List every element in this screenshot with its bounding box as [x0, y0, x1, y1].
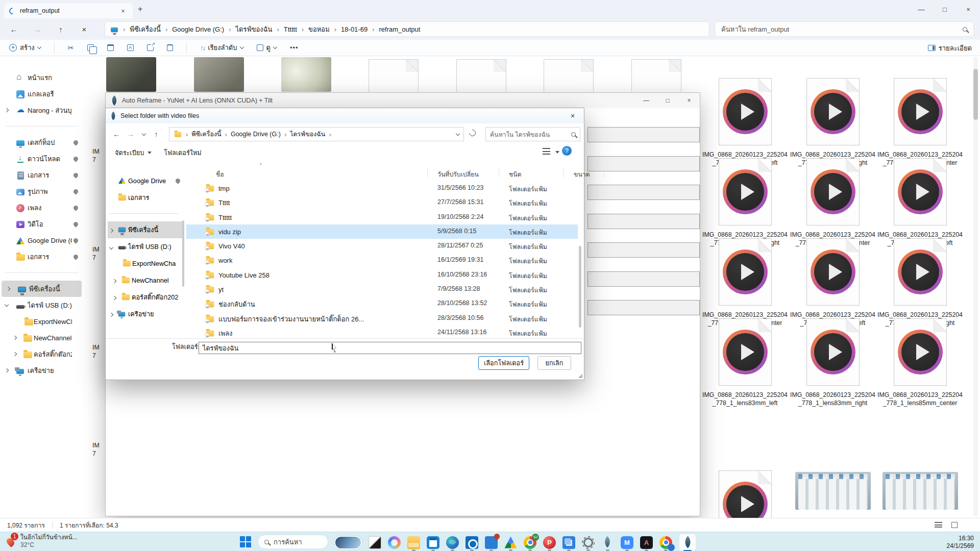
- chevron-right-icon[interactable]: [5, 108, 9, 112]
- video-file-item[interactable]: IMG_0868_20260123_225204_778_1_lens65mm_…: [789, 238, 876, 328]
- dialog-file-row[interactable]: Vivo V4028/11/2567 0:25โฟลเดอร์แฟ้ม: [186, 239, 578, 253]
- taskbar-icon-google-drive[interactable]: [504, 536, 517, 549]
- sidebar-item-doc[interactable]: เอกสาร: [0, 167, 83, 183]
- sidebar-item-folder[interactable]: คอร์สติ๊กต๊อก2026: [0, 346, 83, 362]
- stop-button[interactable]: ×: [78, 22, 91, 36]
- dialog-nav-item-folder[interactable]: เอกสาร: [108, 189, 182, 206]
- photo-thumbnail[interactable]: [281, 57, 331, 92]
- dialog-view-toggle[interactable]: [543, 148, 550, 155]
- column-divider[interactable]: [564, 168, 564, 178]
- taskbar-icon-edge[interactable]: [446, 536, 459, 549]
- dialog-nav-item-folder[interactable]: ExportNewCha: [108, 255, 182, 272]
- dialog-breadcrumb[interactable]: › พีซีเครื่องนี้›Google Drive (G:)›ไดรฟ์…: [169, 127, 464, 141]
- sidebar-item-gallery[interactable]: แกลเลอรี: [0, 86, 83, 102]
- photo-file-item[interactable]: [789, 472, 876, 510]
- cut-button[interactable]: ✂: [68, 43, 75, 53]
- column-divider[interactable]: [427, 168, 428, 178]
- dialog-file-row[interactable]: เพลง24/11/2568 13:16โฟลเดอร์แฟ้ม: [186, 325, 578, 338]
- taskbar-icon-chrome-profile[interactable]: SJ: [524, 536, 536, 549]
- taskbar-icon-quill[interactable]: [601, 536, 614, 549]
- chevron-right-icon[interactable]: [13, 352, 17, 356]
- new-button[interactable]: + สร้าง: [9, 42, 41, 53]
- column-size[interactable]: ขนาด: [574, 169, 590, 179]
- paste-button[interactable]: [107, 44, 114, 51]
- resize-grip[interactable]: [578, 374, 582, 378]
- taskbar-icon-red-p-app[interactable]: P: [543, 536, 556, 549]
- breadcrumb-item[interactable]: 18-01-69: [341, 26, 368, 33]
- taskbar-icon-settings[interactable]: [582, 536, 595, 549]
- dialog-file-row[interactable]: Youtube Live 25816/10/2568 23:16โฟลเดอร์…: [186, 268, 578, 282]
- taskbar-icon-docs-pinned[interactable]: [485, 536, 498, 549]
- dialog-nav-item-folder[interactable]: NewChannel: [108, 272, 182, 289]
- taskbar-icon-task-view[interactable]: [369, 536, 381, 549]
- new-tab-button[interactable]: +: [138, 5, 142, 14]
- sidebar-item-home[interactable]: หน้าแรก: [0, 69, 83, 86]
- dialog-file-row[interactable]: tmp31/5/2566 10:23โฟลเดอร์แฟ้ม: [186, 181, 578, 195]
- organize-button[interactable]: จัดระเบียบ: [115, 147, 152, 158]
- taskbar-icon-blue-window-app[interactable]: [562, 536, 575, 549]
- delete-button[interactable]: [167, 44, 173, 51]
- file-thumbnail[interactable]: [456, 59, 506, 92]
- video-file-item[interactable]: [701, 470, 789, 518]
- rename-button[interactable]: [127, 44, 134, 51]
- explorer-search-input[interactable]: ค้นหาใน refram_output: [715, 21, 974, 37]
- breadcrumb-item[interactable]: Tttttt: [284, 26, 297, 33]
- start-button[interactable]: [240, 536, 251, 547]
- chevron-right-icon[interactable]: [6, 287, 10, 291]
- photo-thumbnail[interactable]: [106, 57, 156, 92]
- details-pane-button[interactable]: รายละเอียด: [928, 40, 972, 56]
- back-button[interactable]: ←: [7, 22, 20, 36]
- scrollbar-track[interactable]: [973, 57, 978, 516]
- help-button[interactable]: ?: [562, 146, 572, 156]
- sort-button[interactable]: ↑↓ เรียงลำดับ: [200, 42, 243, 53]
- photo-file-item[interactable]: [876, 472, 964, 510]
- column-date[interactable]: วันที่ปรับเปลี่ยน: [437, 169, 479, 179]
- dialog-file-row[interactable]: แบบฟอร์มการจองเข้าร่วมงานนายหน้าติ๊กต็อก…: [186, 311, 578, 325]
- breadcrumb[interactable]: › พีซีเครื่องนี้›Google Drive (G:)›ไดรฟ์…: [105, 21, 709, 37]
- taskbar-icon-file-explorer[interactable]: [407, 536, 420, 549]
- sidebar-item-folder[interactable]: NewChannel: [0, 330, 83, 346]
- taskbar-clock[interactable]: 16:30 24/1/2569: [947, 535, 974, 550]
- dialog-file-row[interactable]: Tttttt19/10/2568 2:24โฟลเดอร์แฟ้ม: [186, 210, 578, 224]
- video-file-item[interactable]: IMG_0868_20260123_225204_778_1_lens65mm_…: [701, 238, 789, 328]
- new-folder-button[interactable]: โฟลเดอร์ใหม่: [164, 147, 202, 158]
- sidebar-item-pic[interactable]: รูปภาพ: [0, 183, 83, 199]
- file-thumbnail[interactable]: [631, 59, 681, 92]
- dialog-list-scrollbar[interactable]: [579, 246, 581, 328]
- file-thumbnail[interactable]: [544, 59, 594, 92]
- cancel-button[interactable]: ยกเลิก: [537, 356, 571, 370]
- dialog-file-row[interactable]: yt7/9/2568 13:28โฟลเดอร์แฟ้ม: [186, 282, 578, 296]
- chevron-down-icon[interactable]: [5, 302, 9, 306]
- sidebar-item-desktop[interactable]: เดสก์ท็อป: [0, 134, 83, 151]
- dialog-back-button[interactable]: ←: [111, 128, 122, 141]
- taskbar-icon-copilot[interactable]: [388, 536, 401, 549]
- column-type[interactable]: ชนิด: [509, 169, 522, 179]
- taskbar-icon-a-app[interactable]: A: [640, 536, 653, 549]
- select-folder-button[interactable]: เลือกโฟลเดอร์: [478, 356, 529, 370]
- view-dropdown-icon[interactable]: [555, 151, 559, 154]
- refresh-icon[interactable]: [468, 128, 477, 137]
- breadcrumb-item[interactable]: ขอหอม: [308, 24, 330, 35]
- sidebar-item-onedrive[interactable]: Narong - ส่วนบุคคล: [0, 102, 83, 118]
- video-file-item[interactable]: IMG_0868_20260123_225204_778_1_lens29mm_…: [876, 78, 964, 167]
- sidebar-item-usb[interactable]: ไดรฟ์ USB (D:): [0, 297, 83, 313]
- copy-button[interactable]: [87, 44, 94, 51]
- taskbar-search[interactable]: การค้นหา: [258, 535, 328, 549]
- taskbar-icon-python-feather[interactable]: [679, 534, 696, 551]
- dialog-breadcrumb-item[interactable]: Google Drive (G:): [231, 131, 281, 138]
- sidebar-item-folder[interactable]: ExportNewChanel: [0, 313, 83, 330]
- sidebar-item-music[interactable]: เพลง: [0, 199, 83, 216]
- large-icons-view-toggle-icon[interactable]: [951, 522, 958, 528]
- breadcrumb-item[interactable]: Google Drive (G:): [172, 26, 224, 33]
- chevron-right-icon[interactable]: [112, 295, 116, 299]
- tab-close-icon[interactable]: ×: [118, 7, 128, 15]
- dialog-nav-item-folder[interactable]: คอร์สติ๊กต๊อก202: [108, 289, 182, 306]
- dialog-nav-item-usb[interactable]: ไดรฟ์ USB (D:): [108, 238, 182, 255]
- app-maximize-button[interactable]: □: [657, 93, 678, 108]
- video-file-item[interactable]: IMG_0868_20260123_225204_778_1_lens41mm_…: [701, 158, 789, 247]
- dialog-up-button[interactable]: ↑: [151, 128, 162, 141]
- video-file-item[interactable]: IMG_0868_20260123_225204_778_1_lens47mm_…: [789, 158, 876, 247]
- video-file-item[interactable]: IMG_0868_20260123_225204_778_1_lens85mm_…: [876, 318, 964, 408]
- video-file-item[interactable]: IMG_0868_20260123_225204_778_1_lens65mm_…: [876, 238, 964, 328]
- auto-reframe-title-bar[interactable]: Auto Reframe - YuNet + AI Lens (ONNX CUD…: [106, 93, 700, 108]
